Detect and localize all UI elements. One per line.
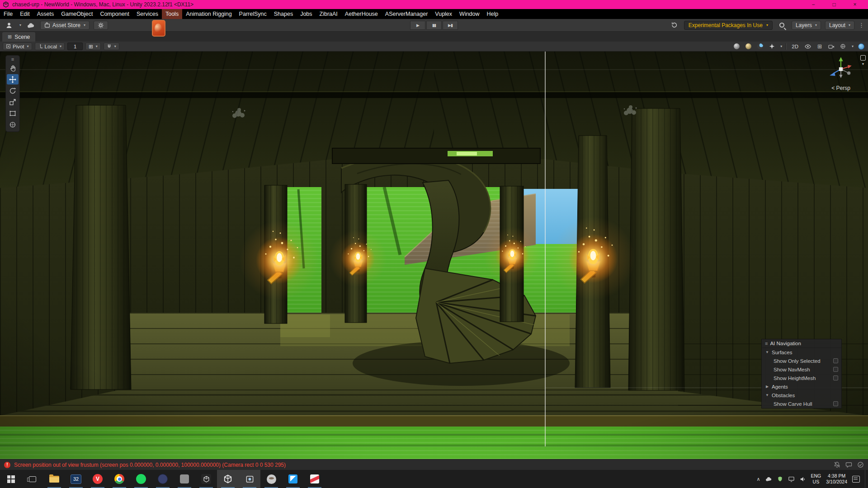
scene-viewport[interactable]: ≡ [0, 52, 868, 459]
search-button[interactable] [777, 21, 788, 30]
projection-label[interactable]: < Persp [825, 85, 857, 91]
scene-cloud-icon[interactable] [857, 42, 865, 51]
local-dropdown[interactable]: Local ▾ [35, 42, 65, 50]
menu-animation-rigging[interactable]: Animation Rigging [182, 9, 235, 19]
layers-dropdown[interactable]: Layers ▾ [792, 21, 821, 30]
experimental-packages-dropdown[interactable]: Experimental Packages In Use ▾ [684, 21, 773, 30]
settings-button[interactable] [94, 21, 108, 30]
menu-file[interactable]: File [0, 9, 16, 19]
menu-component[interactable]: Component [96, 9, 133, 19]
menu-parrelsync[interactable]: ParrelSync [236, 9, 270, 19]
ai-panel-grip-icon[interactable]: ≡ [765, 341, 768, 346]
tab-scene[interactable]: ⊞ Scene [2, 32, 35, 42]
menu-shapes[interactable]: Shapes [270, 9, 297, 19]
show-heightmesh-checkbox[interactable] [833, 375, 838, 380]
obstacles-section-header[interactable]: ▼ Obstacles [762, 391, 841, 399]
toolstrip-grip-icon[interactable]: ≡ [11, 56, 14, 62]
menu-aservermanager[interactable]: AServerManager [382, 9, 432, 19]
show-navmesh-checkbox[interactable] [833, 367, 838, 372]
viewport-menu-caret-icon[interactable]: ▾ [862, 62, 864, 66]
file-explorer-button[interactable] [43, 470, 65, 488]
error-message[interactable]: Screen position out of view frustum (scr… [14, 462, 286, 468]
dark-app-button[interactable] [152, 470, 174, 488]
cloud-button[interactable] [25, 21, 36, 30]
language-indicator[interactable]: ENG US [811, 473, 821, 484]
rotate-tool[interactable] [7, 85, 19, 96]
menu-help[interactable]: Help [483, 9, 502, 19]
show-only-selected-checkbox[interactable] [833, 358, 838, 363]
undo-history-button[interactable] [669, 21, 680, 30]
start-button[interactable] [0, 470, 22, 488]
gizmos-dropdown-icon[interactable] [839, 42, 847, 51]
show-desktop-button[interactable] [865, 470, 867, 488]
snap-increment-dropdown[interactable]: ▾ [104, 42, 119, 50]
surfaces-section-header[interactable]: ▼ Surfaces [762, 348, 841, 357]
close-button[interactable]: × [844, 0, 865, 9]
menu-assets[interactable]: Assets [33, 9, 58, 19]
layout-dropdown[interactable]: Layout ▾ [825, 21, 854, 30]
camera-settings-icon[interactable] [827, 42, 835, 51]
tray-cloud-icon[interactable] [765, 476, 772, 482]
scene-orientation-gizmo[interactable]: < Persp [825, 55, 857, 91]
transform-tool[interactable] [7, 119, 19, 130]
spotify-button[interactable] [130, 470, 152, 488]
obstacles-foldout-icon[interactable]: ▼ [765, 393, 769, 397]
toolbar-menu-dots-icon[interactable]: ⋮ [859, 22, 864, 28]
play-button[interactable]: ▶ [410, 21, 425, 30]
tray-shield-icon[interactable] [777, 476, 783, 482]
tools-menu-icon[interactable] [152, 20, 165, 37]
asset-store-button[interactable]: Asset Store ▾ [40, 21, 90, 30]
menu-aetherhouse[interactable]: AetherHouse [341, 9, 382, 19]
action-center-icon[interactable] [852, 476, 860, 483]
tray-volume-icon[interactable] [800, 476, 806, 482]
unity-hub-button[interactable] [195, 470, 217, 488]
grid-snap-dropdown[interactable]: ⊞ ▾ [85, 42, 101, 50]
chrome-button[interactable] [108, 470, 130, 488]
agents-section-header[interactable]: ▶ Agents [762, 382, 841, 391]
effects-caret-icon[interactable]: ▾ [780, 45, 782, 48]
menu-vuplex[interactable]: Vuplex [431, 9, 456, 19]
menu-zibraai[interactable]: ZibraAI [316, 9, 341, 19]
scale-tool[interactable] [7, 97, 19, 107]
menu-services[interactable]: Services [133, 9, 162, 19]
step-button[interactable]: ▶▮ [443, 21, 458, 30]
status-check-icon[interactable] [857, 461, 864, 468]
grid-size-input[interactable] [67, 42, 83, 50]
task-view-button[interactable] [22, 470, 43, 488]
tray-expand-icon[interactable]: ∧ [756, 476, 760, 482]
error-icon[interactable]: ! [4, 462, 10, 468]
audio-toggle-icon[interactable] [756, 42, 764, 51]
pause-button[interactable]: ▮▮ [426, 21, 442, 30]
show-carve-hull-checkbox[interactable] [833, 401, 838, 406]
maximize-button[interactable]: □ [824, 0, 844, 9]
lighting-toggle-icon[interactable] [744, 42, 752, 51]
vscode-button[interactable] [282, 470, 304, 488]
move-tool[interactable] [7, 74, 19, 84]
menu-tools[interactable]: Tools [162, 9, 182, 19]
minimize-button[interactable]: − [803, 0, 824, 9]
console-message-icon[interactable] [845, 461, 852, 468]
grid-visibility-icon[interactable]: ⊞ [816, 42, 824, 51]
render-mode-icon[interactable] [732, 42, 741, 51]
unity-editor-window-button[interactable] [239, 470, 260, 488]
surfaces-foldout-icon[interactable]: ▼ [765, 350, 769, 354]
clock[interactable]: 4:38 PM 3/10/2024 [826, 473, 847, 484]
gray-app-button[interactable] [174, 470, 195, 488]
scene-visibility-icon[interactable] [804, 42, 812, 51]
vivaldi-button[interactable]: V [87, 470, 108, 488]
tray-monitor-icon[interactable] [788, 476, 795, 482]
gimp-button[interactable] [260, 470, 282, 488]
red-white-app-button[interactable] [304, 470, 326, 488]
2d-mode-toggle[interactable]: 2D [790, 44, 800, 49]
mute-notifications-icon[interactable] [834, 461, 840, 468]
menu-edit[interactable]: Edit [16, 9, 33, 19]
counter-app-button[interactable]: 32 [65, 470, 87, 488]
effects-toggle-icon[interactable] [768, 42, 776, 51]
overlay-box-icon[interactable] [860, 55, 866, 61]
axis-gizmo-icon[interactable] [826, 55, 855, 83]
account-button[interactable] [4, 21, 14, 30]
gizmos-caret-icon[interactable]: ▾ [852, 45, 854, 48]
hand-tool[interactable] [7, 63, 19, 73]
rect-tool[interactable] [7, 108, 19, 118]
unity-editor-button[interactable] [217, 470, 239, 488]
